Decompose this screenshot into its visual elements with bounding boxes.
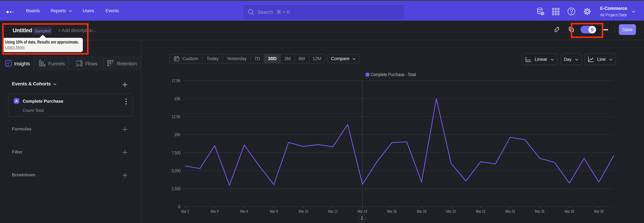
svg-text:Mar 12: Mar 12 (328, 209, 338, 213)
svg-text:10K: 10K (174, 132, 180, 137)
svg-text:Mar 16: Mar 16 (387, 209, 397, 213)
svg-text:Mar 22: Mar 22 (476, 209, 486, 213)
svg-text:Mar 28: Mar 28 (565, 209, 574, 213)
svg-text:Mar 10: Mar 10 (299, 209, 308, 213)
svg-text:0: 0 (178, 204, 180, 209)
svg-text:Mar 14: Mar 14 (358, 209, 367, 213)
svg-text:Mar 30: Mar 30 (594, 209, 604, 213)
svg-text:12.5K: 12.5K (172, 114, 180, 119)
svg-text:7,500: 7,500 (172, 150, 180, 155)
svg-text:Mar 6: Mar 6 (240, 209, 248, 213)
svg-text:2,500: 2,500 (172, 186, 180, 191)
svg-text:Mar 18: Mar 18 (417, 209, 426, 213)
svg-text:Mar 4: Mar 4 (211, 209, 219, 213)
svg-text:Mar 20: Mar 20 (446, 209, 456, 213)
svg-text:5,000: 5,000 (172, 168, 180, 173)
svg-text:Mar 2: Mar 2 (181, 209, 189, 213)
svg-text:17.5K: 17.5K (172, 78, 180, 83)
svg-text:15K: 15K (174, 96, 180, 101)
svg-text:Mar 24: Mar 24 (506, 209, 515, 213)
svg-text:Mar 26: Mar 26 (535, 209, 544, 213)
svg-text:Mar 8: Mar 8 (270, 209, 278, 213)
